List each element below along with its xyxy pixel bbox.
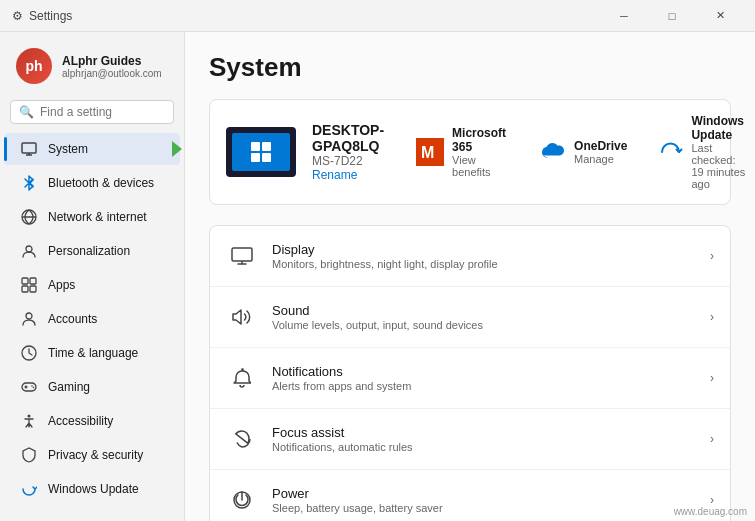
settings-item-notifications[interactable]: Notifications Alerts from apps and syste… [210, 348, 730, 409]
svg-rect-5 [22, 278, 28, 284]
svg-rect-7 [22, 286, 28, 292]
svg-rect-19 [232, 248, 252, 261]
rename-link[interactable]: Rename [312, 168, 384, 182]
svg-point-9 [26, 313, 32, 319]
sound-text: Sound Volume levels, output, input, soun… [272, 303, 696, 331]
pc-screen [232, 133, 290, 171]
chevron-right-icon: › [710, 310, 714, 324]
time-icon [20, 344, 38, 362]
sidebar-item-time[interactable]: Time & language [4, 337, 180, 369]
windows-update-card[interactable]: Windows Update Last checked: 19 minutes … [659, 114, 748, 190]
close-button[interactable]: ✕ [697, 0, 743, 32]
search-icon: 🔍 [19, 105, 34, 119]
sidebar-item-privacy[interactable]: Privacy & security [4, 439, 180, 471]
titlebar: ⚙ Settings ─ □ ✕ [0, 0, 755, 32]
notifications-text: Notifications Alerts from apps and syste… [272, 364, 696, 392]
ms365-icon: M [416, 138, 444, 166]
search-input[interactable] [40, 105, 165, 119]
chevron-right-icon: › [710, 493, 714, 507]
app-layout: ph ALphr Guides alphrjan@outlook.com 🔍 S… [0, 32, 755, 521]
sidebar-item-label-gaming: Gaming [48, 380, 90, 394]
sidebar-item-label-bluetooth: Bluetooth & devices [48, 176, 154, 190]
sound-title: Sound [272, 303, 696, 318]
sidebar-item-accounts[interactable]: Accounts [4, 303, 180, 335]
sidebar-item-windows-update[interactable]: Windows Update [4, 473, 180, 505]
accounts-icon [20, 310, 38, 328]
onedrive-icon [538, 138, 566, 166]
ms365-card[interactable]: M Microsoft 365 View benefits [416, 126, 506, 178]
svg-rect-0 [22, 143, 36, 153]
settings-item-sound[interactable]: Sound Volume levels, output, input, soun… [210, 287, 730, 348]
ms365-text: Microsoft 365 View benefits [452, 126, 506, 178]
chevron-right-icon: › [710, 432, 714, 446]
display-icon [226, 240, 258, 272]
settings-icon: ⚙ [12, 9, 23, 23]
ms365-title: Microsoft 365 [452, 126, 506, 154]
focus-text: Focus assist Notifications, automatic ru… [272, 425, 696, 453]
page-title: System [209, 52, 731, 83]
titlebar-title: ⚙ Settings [12, 9, 72, 23]
windows-update-title: Windows Update [691, 114, 748, 142]
svg-point-16 [28, 415, 31, 418]
sidebar-item-label-accounts: Accounts [48, 312, 97, 326]
user-name: ALphr Guides [62, 54, 162, 68]
settings-item-display[interactable]: Display Monitors, brightness, night ligh… [210, 226, 730, 287]
onedrive-card[interactable]: OneDrive Manage [538, 138, 627, 166]
onedrive-subtitle: Manage [574, 153, 627, 165]
avatar: ph [16, 48, 52, 84]
sidebar-item-network[interactable]: Network & internet [4, 201, 180, 233]
pc-model: MS-7D22 [312, 154, 384, 168]
pc-name: DESKTOP-GPAQ8LQ [312, 122, 384, 154]
sidebar-item-label-network: Network & internet [48, 210, 147, 224]
focus-sub: Notifications, automatic rules [272, 441, 696, 453]
pc-thumbnail [226, 127, 296, 177]
settings-item-power[interactable]: Power Sleep, battery usage, battery save… [210, 470, 730, 521]
onedrive-text: OneDrive Manage [574, 139, 627, 165]
power-sub: Sleep, battery usage, battery saver [272, 502, 696, 514]
focus-icon [226, 423, 258, 455]
power-title: Power [272, 486, 696, 501]
svg-rect-8 [30, 286, 36, 292]
sidebar-item-apps[interactable]: Apps [4, 269, 180, 301]
accessibility-icon [20, 412, 38, 430]
notifications-title: Notifications [272, 364, 696, 379]
privacy-icon [20, 446, 38, 464]
sidebar-item-personalization[interactable]: Personalization [4, 235, 180, 267]
settings-item-focus[interactable]: Focus assist Notifications, automatic ru… [210, 409, 730, 470]
sound-sub: Volume levels, output, input, sound devi… [272, 319, 696, 331]
active-arrow [172, 141, 182, 157]
bluetooth-icon [20, 174, 38, 192]
chevron-right-icon: › [710, 249, 714, 263]
search-box[interactable]: 🔍 [10, 100, 174, 124]
windows-update-nav-icon [20, 480, 38, 498]
sidebar-item-label-privacy: Privacy & security [48, 448, 143, 462]
sidebar-item-bluetooth[interactable]: Bluetooth & devices [4, 167, 180, 199]
power-text: Power Sleep, battery usage, battery save… [272, 486, 696, 514]
display-text: Display Monitors, brightness, night ligh… [272, 242, 696, 270]
personalization-icon [20, 242, 38, 260]
onedrive-title: OneDrive [574, 139, 627, 153]
notifications-sub: Alerts from apps and system [272, 380, 696, 392]
network-icon [20, 208, 38, 226]
sidebar-item-label-accessibility: Accessibility [48, 414, 113, 428]
user-profile[interactable]: ph ALphr Guides alphrjan@outlook.com [0, 40, 184, 96]
svg-text:M: M [421, 144, 434, 161]
windows-logo [251, 142, 271, 162]
user-email: alphrjan@outlook.com [62, 68, 162, 79]
minimize-button[interactable]: ─ [601, 0, 647, 32]
power-icon [226, 484, 258, 516]
sidebar-item-system[interactable]: System [4, 133, 180, 165]
display-sub: Monitors, brightness, night light, displ… [272, 258, 696, 270]
svg-point-15 [33, 387, 35, 389]
windows-update-card-icon [659, 138, 683, 166]
sidebar-item-accessibility[interactable]: Accessibility [4, 405, 180, 437]
settings-list: Display Monitors, brightness, night ligh… [209, 225, 731, 521]
system-cards: DESKTOP-GPAQ8LQ MS-7D22 Rename M Microso… [209, 99, 731, 205]
sidebar-item-gaming[interactable]: Gaming [4, 371, 180, 403]
apps-icon [20, 276, 38, 294]
ms365-subtitle: View benefits [452, 154, 506, 178]
sidebar-item-label-time: Time & language [48, 346, 138, 360]
sidebar-item-label-personalization: Personalization [48, 244, 130, 258]
maximize-button[interactable]: □ [649, 0, 695, 32]
sound-icon [226, 301, 258, 333]
